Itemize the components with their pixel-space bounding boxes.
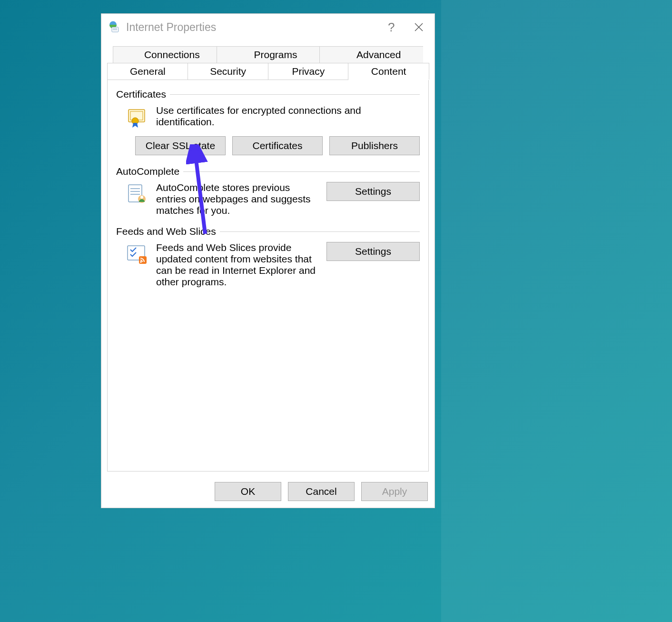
internet-options-icon [107, 20, 121, 34]
feeds-heading: Feeds and Web Slices [116, 226, 220, 237]
certificates-button[interactable]: Certificates [232, 136, 323, 155]
cancel-button[interactable]: Cancel [288, 482, 355, 501]
dialog-footer: OK Cancel Apply [101, 477, 435, 508]
tab-connections[interactable]: Connections [128, 47, 217, 63]
close-button[interactable] [405, 16, 433, 39]
tab-general[interactable]: General [107, 63, 188, 80]
tab-programs[interactable]: Programs [217, 47, 320, 63]
publishers-button[interactable]: Publishers [329, 136, 420, 155]
content-panel: Certificates Use certificates for encryp… [107, 80, 429, 472]
autocomplete-group: AutoComplete AutoComplete stores previ [116, 166, 420, 220]
autocomplete-heading: AutoComplete [116, 166, 183, 177]
close-icon [415, 23, 423, 31]
certificates-desc: Use certificates for encrypted connectio… [156, 105, 420, 128]
svg-rect-1 [112, 27, 119, 32]
clear-ssl-state-button[interactable]: Clear SSL state [135, 136, 226, 155]
feeds-desc: Feeds and Web Slices provide updated con… [156, 242, 320, 288]
autocomplete-settings-button[interactable]: Settings [326, 182, 420, 201]
certificates-group: Certificates Use certificates for encryp… [116, 89, 420, 160]
tab-strip: Connections Programs Advanced General Se… [101, 40, 435, 80]
tab-security[interactable]: Security [188, 63, 269, 80]
tab-advanced[interactable]: Advanced [319, 47, 423, 63]
help-button[interactable]: ? [377, 16, 405, 39]
feeds-group: Feeds and Web Slices Feeds and Web Sli [116, 226, 420, 291]
svg-point-18 [140, 261, 142, 263]
feeds-icon [125, 242, 149, 267]
internet-properties-dialog: Internet Properties ? Connections Progra… [101, 13, 435, 508]
feeds-settings-button[interactable]: Settings [326, 242, 420, 261]
svg-point-15 [140, 196, 143, 199]
certificate-icon [125, 105, 149, 130]
window-title: Internet Properties [126, 21, 216, 34]
ok-button[interactable]: OK [215, 482, 281, 501]
tab-privacy[interactable]: Privacy [268, 63, 349, 80]
autocomplete-icon [125, 182, 149, 207]
svg-text:?: ? [388, 21, 395, 33]
tab-content[interactable]: Content [348, 63, 429, 80]
autocomplete-desc: AutoComplete stores previous entries on … [156, 182, 320, 216]
svg-rect-17 [139, 256, 147, 264]
apply-button[interactable]: Apply [361, 482, 428, 501]
certificates-heading: Certificates [116, 89, 170, 100]
titlebar: Internet Properties ? [101, 14, 435, 40]
